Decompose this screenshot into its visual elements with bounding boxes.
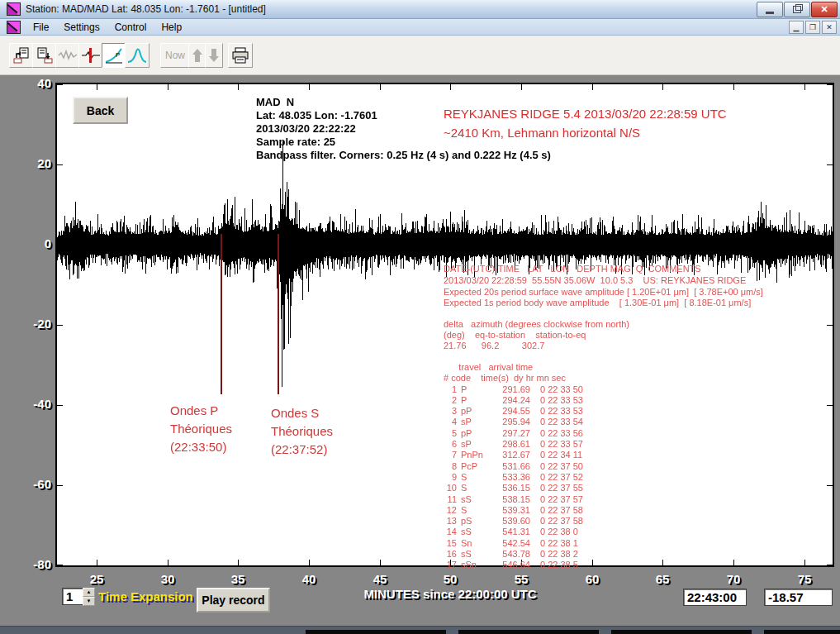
event-detail-line: Expected 20s period surface wave amplitu… bbox=[444, 287, 763, 298]
gaussian-button[interactable] bbox=[125, 43, 149, 68]
travel-table-row: 12S539.310 22 37 58 bbox=[444, 505, 583, 516]
menu-item[interactable]: Settings bbox=[56, 20, 107, 35]
play-record-button[interactable]: Play record bbox=[197, 588, 270, 613]
p-arrival-marker-line bbox=[221, 234, 222, 394]
menu-item[interactable]: Control bbox=[107, 20, 154, 35]
travel-table-header1: travel arrival time bbox=[444, 362, 583, 373]
back-button[interactable]: Back bbox=[73, 97, 128, 124]
save-record-icon bbox=[36, 46, 54, 64]
annotation-line: Théoriques bbox=[170, 420, 232, 438]
scroll-down-arrow-icon bbox=[208, 48, 220, 63]
menu-items: FileSettingsControlHelp bbox=[26, 20, 189, 35]
travel-table-row: 13pS539.600 22 37 58 bbox=[444, 516, 583, 527]
seismograph-doc-icon bbox=[7, 21, 21, 34]
taskbar-item[interactable] bbox=[306, 630, 446, 634]
y-tick-label: 40 bbox=[17, 76, 51, 90]
x-tick-label: 30 bbox=[149, 572, 186, 586]
taskbar-item[interactable] bbox=[458, 630, 599, 634]
event-details-block: DATE-(UTC)-TIME LAT LON DEPTH MAG Q COMM… bbox=[444, 264, 763, 309]
event-header-block: REYKJANES RIDGE 5.4 2013/03/20 22:28:59 … bbox=[444, 104, 727, 142]
x-tick-label: 65 bbox=[644, 572, 681, 586]
x-axis-title: MINUTES since 22:00:00 UTC bbox=[326, 587, 574, 601]
y-tick-label: -80 bbox=[17, 557, 51, 571]
y-tick-label: -20 bbox=[17, 317, 51, 331]
x-tick-label: 75 bbox=[786, 572, 823, 586]
s-arrival-marker-line bbox=[278, 234, 279, 394]
filter-button[interactable] bbox=[78, 43, 103, 68]
travel-table-row: 17sSn546.640 22 38 5 bbox=[444, 560, 583, 570]
print-button[interactable] bbox=[228, 43, 253, 68]
travel-table-row: 15Sn542.540 22 38 1 bbox=[444, 538, 583, 549]
annotation-line: Ondes P bbox=[170, 402, 232, 420]
spinner-up-button[interactable]: ▲ bbox=[83, 588, 95, 597]
minimize-icon bbox=[766, 12, 774, 14]
minimize-button[interactable] bbox=[757, 2, 783, 17]
travel-table-row: 10S536.150 22 37 55 bbox=[444, 483, 583, 493]
y-tick-label: -40 bbox=[17, 397, 51, 411]
travel-table-row: 6sP298.610 22 33 57 bbox=[444, 439, 583, 450]
open-record-icon bbox=[12, 46, 31, 64]
printer-icon bbox=[230, 46, 250, 64]
seismograph-app-icon bbox=[7, 2, 21, 16]
travel-time-p-curve-icon: P bbox=[104, 46, 124, 64]
annotation-line: Ondes S bbox=[271, 404, 333, 422]
annotation-line: Théoriques bbox=[271, 422, 333, 441]
x-tick-label: 45 bbox=[362, 572, 398, 586]
x-tick-label: 40 bbox=[291, 572, 327, 586]
restore-icon bbox=[793, 6, 801, 13]
now-button[interactable]: Now bbox=[160, 43, 190, 68]
x-tick-label: 35 bbox=[220, 572, 256, 586]
taskbar-item[interactable] bbox=[764, 630, 840, 634]
y-tick-label: 20 bbox=[17, 156, 51, 170]
waveform-icon bbox=[58, 46, 78, 64]
travel-table-row: 11sS538.150 22 37 57 bbox=[444, 494, 583, 505]
mdi-restore-button[interactable]: ❐ bbox=[805, 21, 820, 34]
mdi-minimize-button[interactable]: ▁ bbox=[789, 21, 804, 34]
gaussian-curve-icon bbox=[127, 46, 147, 64]
x-tick-label: 55 bbox=[503, 572, 539, 586]
travel-time-curve-button[interactable]: P bbox=[102, 43, 126, 68]
x-tick-label: 60 bbox=[574, 572, 610, 586]
s-wave-annotation: Ondes SThéoriques(22:37:52) bbox=[271, 404, 333, 459]
menu-item[interactable]: Help bbox=[154, 20, 189, 35]
restore-button[interactable] bbox=[784, 2, 810, 17]
time-expansion-input[interactable]: 1 bbox=[62, 588, 83, 605]
event-header-line1: REYKJANES RIDGE 5.4 2013/03/20 22:28:59 … bbox=[444, 104, 727, 123]
x-tick-label: 25 bbox=[78, 572, 115, 586]
close-icon: ✕ bbox=[820, 4, 828, 15]
azimuth-line: delta azimuth (degrees clockwise from no… bbox=[444, 319, 629, 330]
travel-table-row: 7PnPn312.670 22 34 11 bbox=[444, 450, 583, 460]
event-detail-line: DATE-(UTC)-TIME LAT LON DEPTH MAG Q COMM… bbox=[444, 264, 763, 275]
cursor-time-readout[interactable]: 22:43:00 bbox=[683, 589, 747, 606]
window-title: Station: MAD/MAD Lat: 48.035 Lon: -1.760… bbox=[26, 3, 266, 15]
travel-table-row: 3pP294.550 22 33 53 bbox=[444, 406, 583, 417]
scroll-down-button[interactable] bbox=[205, 43, 223, 68]
open-record-button[interactable] bbox=[9, 43, 34, 68]
filter-icon bbox=[81, 46, 101, 64]
svg-text:P: P bbox=[116, 51, 120, 59]
taskbar-item[interactable] bbox=[611, 630, 752, 634]
close-button[interactable]: ✕ bbox=[811, 2, 838, 17]
travel-table-row: 16sS543.780 22 38 2 bbox=[444, 549, 583, 560]
waveform-button[interactable] bbox=[55, 43, 80, 68]
y-tick-label: 0 bbox=[17, 236, 51, 250]
event-detail-line: 2013/03/20 22:28:59 55.55N 35.06W 10.0 5… bbox=[444, 275, 763, 287]
scroll-up-button[interactable] bbox=[188, 43, 206, 68]
travel-table-row: 5pP297.270 22 33 56 bbox=[444, 428, 583, 439]
mdi-close-button[interactable]: ✕ bbox=[822, 21, 837, 34]
x-tick-label: 70 bbox=[715, 572, 752, 586]
travel-table-row: 8PcP531.660 22 37 50 bbox=[444, 461, 583, 472]
travel-table-header2: # code time(s) dy hr mn sec bbox=[444, 373, 583, 384]
travel-time-table: travel arrival time # code time(s) dy hr… bbox=[444, 362, 583, 571]
annotation-line: (22:37:52) bbox=[271, 441, 333, 459]
save-record-button[interactable] bbox=[32, 43, 57, 68]
cursor-amplitude-readout[interactable]: -18.57 bbox=[764, 589, 833, 606]
travel-table-row: 1P291.690 22 33 50 bbox=[444, 384, 583, 395]
windows-taskbar[interactable] bbox=[0, 626, 840, 634]
azimuth-block: delta azimuth (degrees clockwise from no… bbox=[444, 319, 629, 351]
menu-item[interactable]: File bbox=[26, 20, 56, 35]
spinner-down-button[interactable]: ▼ bbox=[83, 597, 95, 606]
time-expansion-label: Time Expansion bbox=[98, 589, 193, 603]
title-bar[interactable]: Station: MAD/MAD Lat: 48.035 Lon: -1.760… bbox=[0, 0, 840, 19]
application-window: Station: MAD/MAD Lat: 48.035 Lon: -1.760… bbox=[0, 0, 840, 634]
